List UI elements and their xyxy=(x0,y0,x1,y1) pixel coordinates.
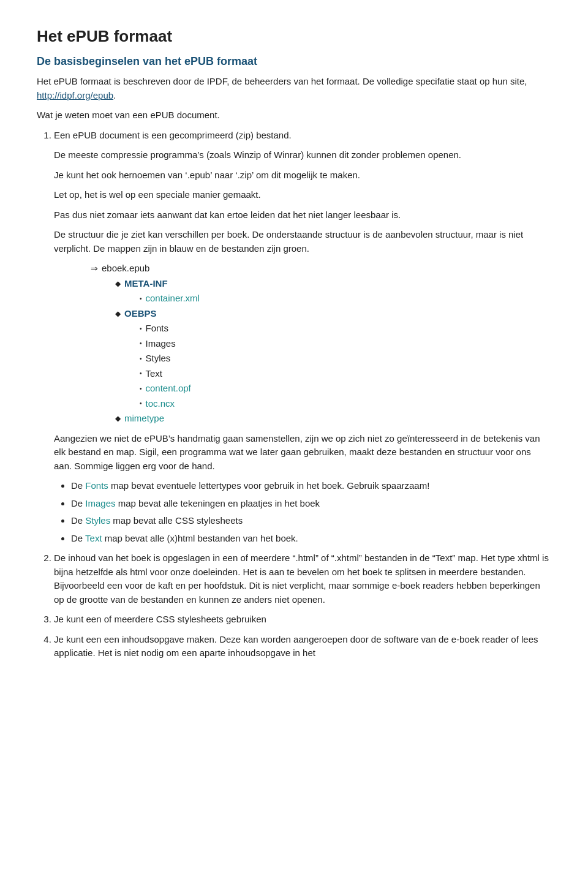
bullet-icon-3: • xyxy=(140,339,142,348)
epub-tree: ⇒ eboek.epub ◆ META-INF • container.xml … xyxy=(91,262,551,426)
bullet-images-before: De xyxy=(71,498,85,508)
intro-paragraph: Het ePUB formaat is beschreven door de I… xyxy=(37,75,551,102)
bullet-styles-before: De xyxy=(71,515,85,526)
tree-toc-ncx-label: toc.ncx xyxy=(146,397,175,411)
tree-styles-label: Styles xyxy=(146,352,171,366)
diamond-icon-3: ◆ xyxy=(115,413,121,424)
bullet-icon-7: • xyxy=(140,399,142,408)
item1-para2: De meeste compressie programma’s (zoals … xyxy=(54,148,551,162)
bullet-fonts-before: De xyxy=(71,480,85,491)
tree-content-opf: • content.opf xyxy=(140,382,551,396)
folder-bullets-list: De Fonts map bevat eventuele lettertypes… xyxy=(71,479,551,545)
arrow-icon: ⇒ xyxy=(91,262,98,275)
tree-images: • Images xyxy=(140,337,551,351)
ordered-list: Een ePUB document is een gecomprimeerd (… xyxy=(54,129,551,660)
bullet-text-link: Text xyxy=(85,533,102,543)
section1-heading: Wat je weten moet van een ePUB document. xyxy=(37,108,551,123)
bullet-images: De Images map bevat alle tekeningen en p… xyxy=(71,497,551,511)
tree-mimetype-label: mimetype xyxy=(124,412,164,426)
item1-para5: Pas dus niet zomaar iets aan‬want dat ka… xyxy=(54,208,551,222)
tree-meta-inf: ◆ META-INF xyxy=(115,277,551,291)
item1-para6: De structuur die je ziet kan verschillen… xyxy=(54,228,551,255)
intro-text-1: Het ePUB formaat is beschreven door de I… xyxy=(37,76,527,86)
page-title: Het ePUB formaat xyxy=(37,25,551,48)
bullet-icon-6: • xyxy=(140,384,142,393)
bullet-icon-5: • xyxy=(140,369,142,378)
bullet-fonts-after: map bevat eventuele lettertypes voor geb… xyxy=(108,480,429,491)
ordered-item-4: Je kunt een een inhoudsopgave maken. Dez… xyxy=(54,633,551,660)
tree-container-xml: • container.xml xyxy=(140,292,551,306)
para-after-tree: Aangezien we niet de ePUB’s handmatig ga… xyxy=(54,432,551,474)
item1-para4: Let op, het is wel op een speciale manie… xyxy=(54,188,551,202)
tree-text: • Text xyxy=(140,367,551,381)
item1-para1: Een ePUB document is een gecomprimeerd (… xyxy=(54,129,551,143)
bullet-text-before: De xyxy=(71,533,85,543)
ordered-item-2: De inhoud van het boek is opgeslagen in … xyxy=(54,551,551,606)
tree-fonts-label: Fonts xyxy=(146,322,169,336)
tree-container-xml-label: container.xml xyxy=(146,292,200,306)
bullet-icon-2: • xyxy=(140,324,142,333)
bullet-styles-link: Styles xyxy=(85,515,110,526)
bullet-fonts: De Fonts map bevat eventuele lettertypes… xyxy=(71,479,551,493)
page-subtitle: De basisbeginselen van het ePUB formaat xyxy=(37,53,551,70)
bullet-icon: • xyxy=(140,294,142,303)
tree-styles: • Styles xyxy=(140,352,551,366)
bullet-styles: De Styles map bevat alle CSS stylesheets xyxy=(71,514,551,528)
tree-content-opf-label: content.opf xyxy=(146,382,191,396)
diamond-icon: ◆ xyxy=(115,278,121,289)
tree-images-label: Images xyxy=(146,337,176,351)
bullet-images-link: Images xyxy=(85,498,115,508)
tree-root: ⇒ eboek.epub xyxy=(91,262,551,276)
item2-text: De inhoud van het boek is opgeslagen in … xyxy=(54,551,551,606)
bullet-images-after: map bevat alle tekeningen en plaatjes in… xyxy=(116,498,320,508)
tree-oebps: ◆ OEBPS xyxy=(115,307,551,321)
diamond-icon-2: ◆ xyxy=(115,308,121,319)
item1-para3: Je kunt het ook hernoemen van ‘.epub’ na… xyxy=(54,168,551,183)
tree-fonts: • Fonts xyxy=(140,322,551,336)
bullet-text: De Text map bevat alle (x)html bestanden… xyxy=(71,532,551,546)
bullet-text-after: map bevat alle (x)html bestanden van het… xyxy=(102,533,298,543)
bullet-styles-after: map bevat alle CSS stylesheets xyxy=(110,515,243,526)
tree-mimetype: ◆ mimetype xyxy=(115,412,551,426)
intro-text-2: . xyxy=(113,90,116,100)
bullet-fonts-link: Fonts xyxy=(85,480,108,491)
ordered-item-3: Je kunt een of meerdere CSS stylesheets … xyxy=(54,613,551,627)
tree-text-label: Text xyxy=(146,367,163,381)
idpf-link[interactable]: http://idpf.org/epub xyxy=(37,90,113,100)
item4-text: Je kunt een een inhoudsopgave maken. Dez… xyxy=(54,633,551,660)
ordered-item-1: Een ePUB document is een gecomprimeerd (… xyxy=(54,129,551,546)
tree-root-label: eboek.epub xyxy=(102,262,149,276)
tree-oebps-label: OEBPS xyxy=(124,307,157,321)
bullet-icon-4: • xyxy=(140,354,142,363)
tree-meta-inf-label: META-INF xyxy=(124,277,168,291)
tree-toc-ncx: • toc.ncx xyxy=(140,397,551,411)
item3-text: Je kunt een of meerdere CSS stylesheets … xyxy=(54,613,551,627)
